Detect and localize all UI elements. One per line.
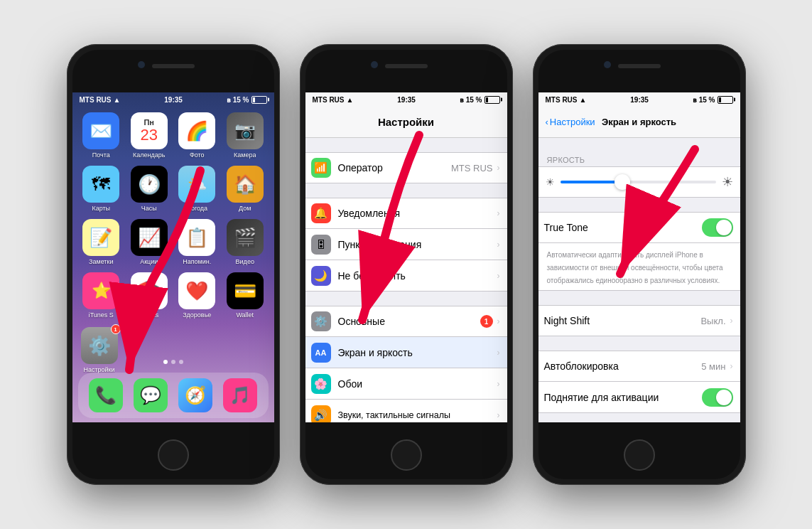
nav-bar-3: ‹ Настройки Экран и яркость <box>538 107 740 138</box>
night-shift-section: Night Shift Выкл. › <box>538 305 740 336</box>
home-button-3[interactable] <box>624 439 655 471</box>
app-wallet[interactable]: 💳 Wallet <box>224 272 266 319</box>
battery-icon-2 <box>485 96 500 104</box>
app-weather[interactable]: ⛅ Погода <box>177 166 218 212</box>
display-screen: MTS RUS ▲ 19:35 ʙ 15 % <box>538 92 740 422</box>
raise-toggle[interactable] <box>702 388 733 407</box>
lock-raise-section: Автоблокировка 5 мин › Поднятие для акти… <box>538 351 740 413</box>
app-camera[interactable]: 📷 Камера <box>224 112 266 159</box>
wifi-icon-1: ▲ <box>114 96 121 104</box>
raise-label: Поднятие для активации <box>544 392 702 403</box>
notifications-icon: 🔔 <box>311 203 331 223</box>
phone-3: MTS RUS ▲ 19:35 ʙ 15 % <box>533 44 746 485</box>
phones-container: MTS RUS ▲ 19:35 ʙ 15 % <box>67 44 746 485</box>
operator-icon: 📶 <box>311 158 331 178</box>
app-settings[interactable]: ⚙️ 1 Настройки <box>81 327 118 373</box>
row-auto-lock[interactable]: Автоблокировка 5 мин › <box>538 351 740 382</box>
time-3: 19:35 <box>630 96 649 104</box>
display-content: ЯРКОСТЬ ☀ ☀ <box>538 138 740 422</box>
row-control-center[interactable]: 🎛 Пункт управления › <box>305 229 507 260</box>
nav-back-3[interactable]: ‹ Настройки <box>546 117 595 127</box>
wifi-icon-3: ▲ <box>580 96 587 104</box>
dock-messages[interactable]: 💬 <box>134 378 168 412</box>
speaker-3 <box>618 64 661 68</box>
app-videos[interactable]: 🎬 Видео <box>224 219 266 265</box>
app-stocks[interactable]: 📈 Акции <box>129 219 170 265</box>
app-health[interactable]: ❤️ Здоровье <box>177 272 218 319</box>
row-wallpaper[interactable]: 🌸 Обои › <box>305 368 507 400</box>
app-ibooks[interactable]: 📚 iBooks <box>129 272 170 319</box>
brightness-low-icon: ☀ <box>546 176 555 188</box>
phone-1: MTS RUS ▲ 19:35 ʙ 15 % <box>67 44 280 485</box>
row-raise[interactable]: Поднятие для активации <box>538 382 740 413</box>
battery-icon-3 <box>718 96 733 104</box>
settings-section-3: ⚙️ Основные 1 › AA Экран и яркость › <box>305 306 507 422</box>
app-notes[interactable]: 📝 Заметки <box>81 219 122 265</box>
row-sounds[interactable]: 🔊 Звуки, тактильные сигналы › <box>305 400 507 422</box>
nav-back-label-3: Настройки <box>550 117 595 127</box>
brightness-row[interactable]: ☀ ☀ <box>538 166 740 198</box>
speaker <box>152 64 195 68</box>
true-tone-toggle[interactable] <box>702 218 733 237</box>
dock: 📞 💬 🧭 <box>78 373 269 418</box>
auto-lock-label: Автоблокировка <box>544 360 702 372</box>
app-maps[interactable]: 🗺 Карты <box>81 166 122 212</box>
row-display[interactable]: AA Экран и яркость › <box>305 337 507 368</box>
bluetooth-icon-2: ʙ <box>460 96 464 104</box>
camera-dot <box>138 61 145 68</box>
true-tone-label: True Tone <box>544 222 702 233</box>
general-badge: 1 <box>480 315 493 328</box>
bluetooth-icon-3: ʙ <box>693 96 697 104</box>
battery-text-1: 15 % <box>233 96 249 104</box>
app-reminders[interactable]: 📋 Напомин. <box>177 219 218 265</box>
brightness-slider[interactable] <box>561 181 716 183</box>
row-general[interactable]: ⚙️ Основные 1 › <box>305 306 507 337</box>
page-dots <box>72 360 274 364</box>
app-grid: ✉️ Почта Пн23 Календарь 🌈 <box>72 107 274 324</box>
dock-phone[interactable]: 📞 <box>89 378 123 412</box>
settings-section-2: 🔔 Уведомления › 🎛 Пункт управления › 🌙 <box>305 198 507 292</box>
speaker-2 <box>385 64 428 68</box>
app-itunes[interactable]: ⭐ iTunes S <box>81 272 122 319</box>
sounds-icon: 🔊 <box>311 405 331 423</box>
dock-safari[interactable]: 🧭 <box>178 378 212 412</box>
carrier-1: MTS RUS <box>80 96 112 104</box>
app-calendar[interactable]: Пн23 Календарь <box>129 112 170 159</box>
home-button-1[interactable] <box>158 439 189 471</box>
app-home[interactable]: 🏠 Дом <box>224 166 266 212</box>
brightness-high-icon: ☀ <box>722 174 733 190</box>
true-tone-section: True Tone Автоматически адаптировать дис… <box>538 212 740 291</box>
wifi-icon-2: ▲ <box>347 96 354 104</box>
wallpaper-icon: 🌸 <box>311 374 331 394</box>
battery-icon-1 <box>251 96 267 104</box>
display-icon: AA <box>311 343 331 363</box>
settings-screen: MTS RUS ▲ 19:35 ʙ 15 % <box>305 92 507 422</box>
row-true-tone[interactable]: True Tone <box>538 212 740 243</box>
dock-music[interactable]: 🎵 <box>223 378 257 412</box>
carrier-3: MTS RUS <box>546 96 578 104</box>
home-screen: MTS RUS ▲ 19:35 ʙ 15 % <box>72 92 274 422</box>
carrier-2: MTS RUS <box>313 96 345 104</box>
app-mail[interactable]: ✉️ Почта <box>81 112 122 159</box>
home-button-2[interactable] <box>391 439 422 471</box>
general-icon: ⚙️ <box>311 311 331 331</box>
row-notifications[interactable]: 🔔 Уведомления › <box>305 198 507 229</box>
app-clock[interactable]: 🕐 Часы <box>129 166 170 212</box>
nav-title-2: Настройки <box>378 116 434 128</box>
settings-section-1: 📶 Оператор MTS RUS › <box>305 152 507 183</box>
night-shift-label: Night Shift <box>544 315 701 326</box>
battery-text-2: 15 % <box>466 96 482 104</box>
row-dnd[interactable]: 🌙 Не беспокоить › <box>305 260 507 292</box>
time-1: 19:35 <box>164 96 183 104</box>
row-night-shift[interactable]: Night Shift Выкл. › <box>538 305 740 336</box>
row-operator[interactable]: 📶 Оператор MTS RUS › <box>305 152 507 183</box>
control-center-icon: 🎛 <box>311 235 331 255</box>
app-photos[interactable]: 🌈 Фото <box>177 112 218 159</box>
nav-title-3: Экран и яркость <box>602 117 676 127</box>
back-chevron-3: ‹ <box>546 117 548 127</box>
brightness-header: ЯРКОСТЬ <box>538 152 740 166</box>
time-2: 19:35 <box>397 96 416 104</box>
status-bar-2: MTS RUS ▲ 19:35 ʙ 15 % <box>305 92 507 107</box>
bluetooth-icon-1: ʙ <box>227 96 231 104</box>
settings-list: 📶 Оператор MTS RUS › 🔔 Уведомления <box>305 138 507 422</box>
